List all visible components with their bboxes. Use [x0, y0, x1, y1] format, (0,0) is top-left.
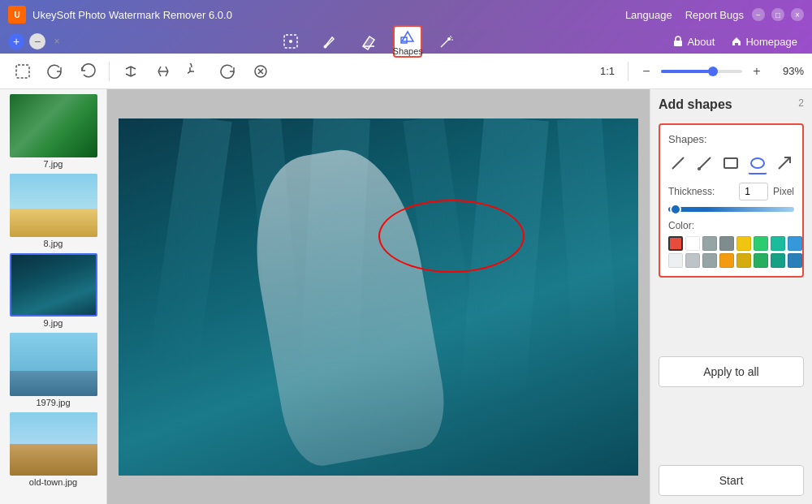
add-file-button[interactable]: + [8, 33, 24, 50]
thickness-slider[interactable] [668, 207, 794, 212]
color-swatch-gray3[interactable] [702, 253, 717, 268]
eraser-tool[interactable] [354, 25, 383, 58]
app-logo: U [8, 6, 26, 24]
home-icon [731, 36, 742, 47]
panel-header: Add shapes 2 [659, 97, 804, 115]
svg-point-1 [289, 40, 292, 43]
close-tab-button[interactable]: × [50, 35, 63, 48]
main-image-display [119, 118, 638, 476]
flip-h-btn[interactable] [116, 57, 145, 86]
image-canvas[interactable] [107, 89, 650, 504]
color-swatch-gray2[interactable] [719, 236, 734, 251]
color-swatch-gray1[interactable] [702, 236, 717, 251]
rect-icon [723, 155, 739, 171]
about-label: About [687, 36, 715, 48]
color-swatch-darkblue[interactable] [788, 253, 802, 268]
menu-bar: + − × [0, 29, 812, 54]
svg-rect-10 [674, 41, 682, 46]
thumbnail-image [10, 333, 97, 396]
shapes-row [668, 152, 794, 174]
color-swatch-silver[interactable] [685, 253, 700, 268]
line-shape-btn[interactable] [668, 152, 689, 174]
zoom-out-button[interactable]: − [637, 62, 656, 81]
rotate-right-btn[interactable] [214, 57, 243, 86]
list-item[interactable]: 8.jpg [5, 174, 102, 248]
svg-point-6 [447, 37, 451, 41]
cancel-icon [253, 63, 269, 80]
line-icon [670, 155, 686, 171]
undo-tool-btn[interactable] [73, 57, 102, 86]
language-button[interactable]: Language [625, 9, 672, 21]
zoom-in-button[interactable]: + [747, 62, 767, 81]
color-swatch-gold[interactable] [736, 253, 751, 268]
thumbnail-label: 8.jpg [44, 239, 63, 248]
smart-selection-tool[interactable] [276, 25, 305, 58]
zoom-percent-label: 93% [771, 65, 804, 77]
thickness-thumb [670, 204, 681, 215]
arrow-shape-btn[interactable] [774, 152, 794, 174]
color-swatch-teal[interactable] [771, 236, 785, 251]
color-swatch-lightgray[interactable] [668, 253, 683, 268]
brush-icon [321, 32, 339, 50]
thumbnail-image [10, 174, 97, 237]
thumbnail-label: 7.jpg [44, 159, 63, 169]
about-button[interactable]: About [666, 33, 721, 50]
magic-wand-tool[interactable] [432, 25, 461, 58]
color-swatch-darkteal[interactable] [771, 253, 785, 268]
color-swatch-green[interactable] [754, 236, 768, 251]
color-swatch-blue[interactable] [788, 236, 802, 251]
pixel-label: Pixel [773, 186, 794, 197]
ratio-label[interactable]: 1:1 [595, 63, 620, 79]
apply-to-all-button[interactable]: Apply to all [659, 356, 804, 387]
main-content: 7.jpg 8.jpg 9.jpg 1979.jpg [0, 89, 812, 504]
shapes-tool[interactable]: Shapes [393, 25, 422, 58]
svg-line-14 [699, 157, 710, 169]
thumbnail-sidebar: 7.jpg 8.jpg 9.jpg 1979.jpg [0, 89, 107, 504]
shapes-label: Shapes: [668, 133, 794, 145]
svg-point-17 [751, 158, 764, 168]
flip-h-icon [123, 63, 139, 80]
pen-shape-btn[interactable] [695, 152, 715, 174]
close-button[interactable]: × [791, 8, 804, 21]
thickness-row: Thickness: Pixel [668, 183, 794, 200]
ellipse-shape-btn[interactable] [748, 152, 768, 174]
list-item[interactable]: 1979.jpg [5, 333, 102, 407]
list-item[interactable]: 9.jpg [5, 253, 102, 328]
light-ray [557, 118, 618, 355]
color-swatch-orange[interactable] [719, 253, 734, 268]
secondary-toolbar: 1:1 − + 93% [0, 54, 812, 89]
color-swatch-white[interactable] [685, 236, 700, 251]
report-bugs-button[interactable]: Report Bugs [685, 9, 744, 21]
eraser-icon [360, 32, 378, 50]
zoom-slider[interactable] [661, 70, 742, 73]
start-button[interactable]: Start [659, 465, 804, 496]
selection-tool-btn[interactable] [8, 57, 37, 86]
color-swatch-yellow[interactable] [736, 236, 751, 251]
selection-icon [15, 63, 31, 80]
color-swatch-red[interactable] [668, 236, 683, 251]
main-tools: Shapes [88, 25, 650, 58]
svg-line-5 [441, 39, 449, 47]
rotate-tool-btn[interactable] [41, 57, 70, 86]
cancel-btn[interactable] [246, 57, 275, 86]
maximize-button[interactable]: □ [771, 8, 784, 21]
rect-shape-btn[interactable] [721, 152, 741, 174]
separator-1 [109, 62, 110, 81]
color-swatch-darkgreen[interactable] [754, 253, 768, 268]
flip-v-icon [155, 63, 171, 80]
list-item[interactable]: 7.jpg [5, 94, 102, 169]
minimize-button[interactable]: − [752, 8, 765, 21]
homepage-label: Homepage [745, 36, 797, 48]
list-item[interactable]: old-town.jpg [5, 412, 102, 487]
zoom-slider-thumb [708, 67, 718, 76]
homepage-button[interactable]: Homepage [724, 33, 804, 50]
arrow-icon [776, 155, 793, 171]
shape-ellipse[interactable] [378, 200, 525, 273]
remove-file-button[interactable]: − [29, 33, 45, 50]
thickness-input[interactable] [739, 183, 768, 200]
brush-tool[interactable] [315, 25, 344, 58]
rotate-left-btn[interactable] [181, 57, 210, 86]
svg-rect-16 [724, 158, 737, 168]
undo-icon [80, 63, 96, 80]
flip-v-btn[interactable] [149, 57, 178, 86]
